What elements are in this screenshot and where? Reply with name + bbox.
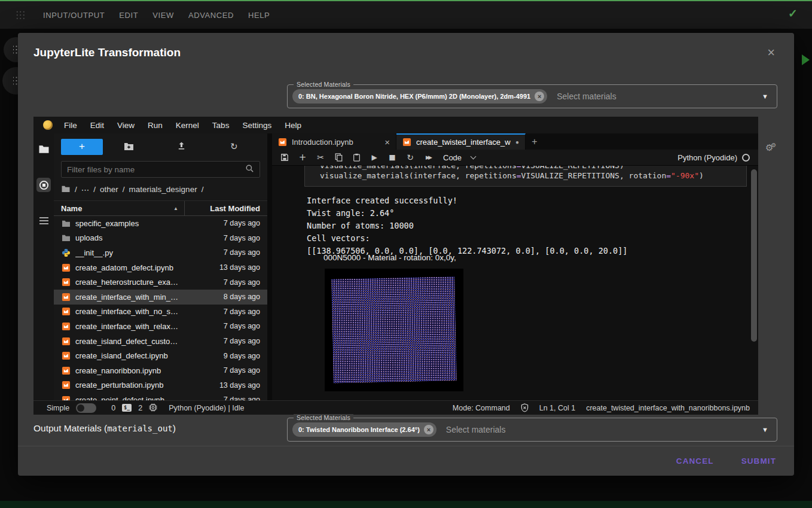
chevron-down-icon [471,153,477,159]
cut-cells-button[interactable]: ✂ [312,153,329,162]
refresh-icon[interactable]: ↻ [207,141,260,152]
cell-type-dropdown[interactable]: Code [443,153,475,162]
terminals-count[interactable]: 0 [111,404,115,412]
column-header-name[interactable]: Name ▲ [61,201,184,215]
breadcrumb-segment[interactable]: other [100,185,118,194]
breadcrumb-segment[interactable]: / [75,185,77,194]
file-row[interactable]: create_point_defect.ipynb 7 days ago [54,393,267,400]
chip-remove-icon[interactable]: × [535,92,544,101]
cursor-position[interactable]: Ln 1, Col 1 [539,404,575,412]
jupyter-menu-item[interactable]: View [111,121,141,130]
app-menu-item[interactable]: ADVANCED [188,11,234,20]
submit-button[interactable]: SUBMIT [741,457,776,466]
input-materials-select[interactable]: Selected Materials 0: BN, Hexagonal Boro… [287,84,777,108]
dialog-footer: CANCEL SUBMIT [18,446,794,476]
file-browser-tab-folder-icon[interactable] [36,142,51,156]
file-row[interactable]: create_interface_with_no_s… 7 days ago [54,305,267,320]
file-modified: 13 days ago [193,381,260,390]
chevron-down-icon[interactable]: ▼ [762,426,768,433]
file-row[interactable]: create_perturbation.ipynb 13 days ago [54,378,267,393]
kernels-count[interactable]: 2 [138,404,142,412]
file-row[interactable]: create_adatom_defect.ipynb 13 days ago [54,260,267,275]
tab-introduction[interactable]: Introduction.ipynb × [272,133,396,150]
close-icon[interactable]: × [767,46,775,59]
table-of-contents-tab-icon[interactable] [36,214,51,228]
breadcrumb-segment[interactable]: / [93,185,96,194]
play-arrow-icon[interactable] [802,54,812,65]
jupyter-menu-item[interactable]: Edit [84,121,111,130]
plus-icon: + [299,152,307,163]
file-row[interactable]: create_interface_with_relax… 7 days ago [54,319,267,334]
file-row[interactable]: create_island_defect.ipynb 9 days ago [54,348,267,363]
new-folder-icon[interactable] [103,142,155,152]
running-kernels-tab-icon[interactable] [36,178,51,192]
column-header-modified[interactable]: Last Modified [184,201,260,215]
fast-forward-icon: ▶▶ [426,154,431,160]
file-row[interactable]: create_heterostructure_exa… 7 days ago [54,275,267,290]
plus-icon: + [79,141,85,153]
tab-create-twisted-interface[interactable]: create_twisted_interface_w ● [396,133,526,150]
tab-close-icon[interactable]: × [384,137,390,147]
file-row[interactable]: create_interface_with_min_… 8 days ago [54,290,267,305]
notebook-file-icon [278,138,287,147]
file-row[interactable]: create_nanoribbon.ipynb 7 days ago [54,363,267,378]
file-filter-input[interactable] [67,165,245,174]
file-row[interactable]: specific_examples 7 days ago [54,216,267,231]
breadcrumb-segment[interactable]: materials_designer [129,185,197,194]
command-mode-indicator: Mode: Command [453,404,510,412]
breadcrumb-segment[interactable]: / [202,185,204,194]
output-materials-select[interactable]: Selected Materials 0: Twisted Nanoribbon… [287,418,777,442]
check-icon[interactable]: ✓ [788,7,798,20]
chevron-down-icon[interactable]: ▼ [762,93,768,100]
jupyter-menu-bar: FileEditViewRunKernelTabsSettingsHelp [33,117,758,133]
panel-sash[interactable] [267,133,272,400]
jupyter-menu-item[interactable]: Tabs [206,121,236,130]
app-menu: INPUT/OUTPUTEDITVIEWADVANCEDHELP [43,11,270,20]
simple-mode-toggle[interactable] [76,403,96,413]
file-row[interactable]: create_island_defect_custo… 7 days ago [54,334,267,349]
jupyter-menu-item[interactable]: Help [278,121,308,130]
new-launcher-button[interactable]: + [61,139,103,155]
restart-run-all-button[interactable]: ▶▶ [419,154,437,160]
drag-handle-icon[interactable] [16,10,25,20]
file-list: specific_examples 7 days ago uploa [54,216,267,400]
app-menu-item[interactable]: EDIT [119,11,138,20]
jupyter-menu-item[interactable]: Run [141,121,169,130]
output-material-chip[interactable]: 0: Twisted Nanoribbon Interface (2.64°) … [292,422,436,437]
chip-remove-icon[interactable]: × [424,425,434,434]
kernel-indicator[interactable]: Python (Pyodide) [677,153,755,162]
upload-icon[interactable] [155,141,208,152]
transformation-settings-gears-icon[interactable]: ⚙⚙ [765,142,776,153]
jupyter-menu-item[interactable]: Kernel [169,121,206,130]
cancel-button[interactable]: CANCEL [676,457,714,466]
new-tab-button[interactable]: + [526,133,544,150]
restart-kernel-button[interactable]: ↻ [401,153,419,162]
file-modified: 8 days ago [193,293,260,301]
run-cell-button[interactable]: ▶ [365,153,383,162]
breadcrumb[interactable]: /⋯/other/materials_designer/ [61,183,260,196]
file-row[interactable]: uploads 7 days ago [54,231,267,246]
breadcrumb-segment[interactable]: / [123,185,125,194]
notebook-scrollbar-thumb[interactable] [751,169,757,342]
home-folder-icon[interactable] [61,185,71,194]
jupyter-body: + ↻ [33,133,758,400]
file-row[interactable]: __init__.py 7 days ago [54,245,267,260]
copy-cells-button[interactable] [329,153,347,162]
breadcrumb-segment[interactable]: ⋯ [81,185,90,194]
app-menu-item[interactable]: HELP [248,11,270,20]
code-cell-editor[interactable]: visualize_materials(interface, repetitio… [304,166,747,187]
save-button[interactable] [276,153,294,162]
interrupt-kernel-button[interactable]: ■ [383,153,401,162]
jupyter-menu-item[interactable]: File [57,121,84,130]
app-menu-item[interactable]: VIEW [152,11,174,20]
input-material-chip[interactable]: 0: BN, Hexagonal Boron Nitride, HEX (P6/… [292,89,547,104]
jupyter-menu-item[interactable]: Settings [236,121,278,130]
paste-cells-button[interactable] [347,153,365,162]
kernel-status-text[interactable]: Python (Pyodide) | Idle [169,404,244,412]
file-browser-toolbar: + ↻ [61,138,260,155]
shield-x-icon[interactable] [521,403,529,412]
app-menu-item[interactable]: INPUT/OUTPUT [43,11,105,20]
insert-cell-button[interactable]: + [294,152,312,163]
material-structure-canvas[interactable] [325,269,463,391]
simple-mode-label: Simple [47,404,69,412]
